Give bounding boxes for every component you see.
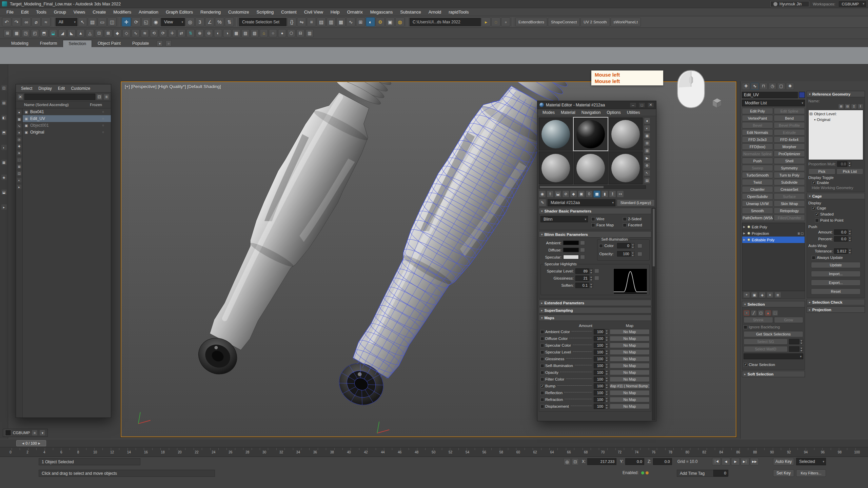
map-amount-field[interactable]: 100 — [594, 390, 605, 395]
pick-material-eyedropper-icon[interactable]: ✎ — [539, 199, 546, 206]
material-editor-menu-item[interactable]: Utilities — [624, 109, 643, 116]
remove-reference-icon[interactable]: ⊟ — [845, 104, 850, 109]
mini-toolbar-icon[interactable]: ≡ — [32, 430, 38, 436]
viewport-label[interactable]: [+] [Perspective] [High Quality*] [Defau… — [125, 84, 221, 89]
material-id-channel-icon[interactable]: 0 — [586, 190, 593, 198]
go-to-start-icon[interactable]: ⏐◀ — [712, 458, 721, 465]
material-type-button[interactable]: Standard (Legacy) — [617, 199, 655, 206]
modifier-button[interactable]: Edit Spline — [774, 108, 805, 114]
specular-level-field[interactable]: 89 — [575, 268, 589, 274]
opacity-map-button[interactable] — [637, 252, 642, 256]
map-slot-button[interactable]: No Map — [610, 336, 650, 341]
spinner-arrows[interactable]: ▲▼ — [589, 276, 593, 281]
modifier-button[interactable]: Subdivide — [774, 179, 805, 185]
border-subobject-icon[interactable]: ▢ — [758, 310, 764, 316]
modifier-button[interactable]: Bevel Profile — [774, 122, 805, 128]
scene-explorer-menu-item[interactable]: Customize — [68, 85, 93, 92]
spinner-arrows[interactable]: ▲▼ — [605, 397, 609, 402]
modeling-tool-icon[interactable]: ◰ — [31, 29, 39, 37]
play-icon[interactable]: ▶ — [731, 458, 740, 465]
import-button[interactable]: Import... — [811, 271, 861, 277]
map-amount-field[interactable]: 100 — [594, 343, 605, 348]
map-slot-button[interactable]: No Map — [610, 329, 650, 334]
modeling-tool-icon[interactable]: ▩ — [232, 29, 240, 37]
modeling-tool-icon[interactable]: ◐ — [214, 29, 222, 37]
configure-modifier-sets-icon[interactable]: ≣ — [774, 292, 781, 298]
map-enable-checkbox[interactable] — [540, 378, 544, 381]
toggle-layer-explorer-icon[interactable]: ▥ — [327, 17, 336, 26]
angle-snap-icon[interactable]: ∠ — [205, 17, 214, 26]
modeling-tool-icon[interactable]: ≋ — [141, 29, 149, 37]
window-crossing-icon[interactable]: ◫ — [107, 17, 117, 26]
ambient-map-button[interactable] — [580, 241, 585, 245]
diffuse-color-swatch[interactable] — [563, 248, 579, 252]
spinner-arrows[interactable]: ▲▼ — [605, 336, 609, 341]
modifier-stack-row[interactable]: ▶ Edit Poly ≣▢ — [742, 224, 805, 230]
go-to-end-icon[interactable]: ▶▶ — [750, 458, 759, 465]
prompt-history-icon[interactable]: ▸ — [481, 17, 491, 26]
align-icon[interactable]: ≡ — [307, 17, 316, 26]
modifier-list-dropdown[interactable]: Modifier List — [742, 100, 805, 106]
unlink-selection-icon[interactable]: ⌀ — [32, 17, 41, 26]
render-setup-icon[interactable]: ⚙ — [376, 17, 385, 26]
edit-named-selections-icon[interactable]: {} — [287, 17, 296, 26]
mini-toolbar-dropdown-icon[interactable]: ▾ — [39, 430, 45, 436]
display-filter-icon[interactable]: ● — [17, 110, 22, 115]
menu-item[interactable]: Help — [327, 8, 343, 16]
modifier-button[interactable]: Edit Poly — [742, 108, 773, 114]
display-filter-icon[interactable]: ⬚ — [17, 157, 22, 162]
modifier-button[interactable]: Twist — [742, 179, 773, 185]
menu-item[interactable]: Tools — [32, 8, 50, 16]
display-filter-icon[interactable]: ≋ — [17, 150, 22, 156]
soften-field[interactable]: 0.1 — [575, 283, 589, 288]
isolate-toggle-icon[interactable]: ◌ — [491, 17, 500, 26]
self-illum-value-field[interactable]: 0 — [617, 243, 631, 248]
ribbon-minimize-icon[interactable]: ○ — [165, 40, 172, 46]
object-name-field[interactable]: Edit_UV — [742, 92, 798, 98]
display-filter-icon[interactable]: ⊞ — [17, 164, 22, 169]
current-frame-field[interactable]: 0 — [713, 470, 728, 476]
modifier-button[interactable]: Extrude — [774, 129, 805, 136]
menu-item[interactable]: Views — [70, 8, 89, 16]
modifier-button[interactable]: TurboSmooth — [742, 172, 773, 178]
frozen-toggle-icon[interactable]: ○ — [102, 124, 104, 127]
select-object-icon[interactable]: ↖ — [78, 17, 87, 26]
shader-type-dropdown[interactable]: Blinn — [540, 216, 588, 222]
display-filter-icon[interactable]: ∿ — [17, 123, 22, 128]
material-sample-slot[interactable] — [609, 151, 643, 184]
map-enable-checkbox[interactable] — [540, 330, 544, 334]
make-unique-material-icon[interactable]: ◆ — [570, 190, 577, 198]
map-enable-checkbox[interactable] — [540, 371, 544, 374]
scene-explorer-menu-item[interactable]: Display — [35, 85, 55, 92]
always-update-checkbox[interactable]: Always Update — [808, 255, 863, 261]
menu-item[interactable]: Civil View — [300, 8, 327, 16]
reference-geometry-rollout-header[interactable]: ▾Reference Geometry — [807, 91, 865, 97]
modeling-tool-icon[interactable]: ⇄ — [177, 29, 185, 37]
hierarchy-tab-icon[interactable]: ⊓ — [760, 83, 768, 90]
modeling-tool-icon[interactable]: ▨ — [241, 29, 250, 37]
stack-extra-icon[interactable]: ▢ — [801, 232, 804, 235]
menu-item[interactable]: Scripting — [253, 8, 278, 16]
shader-option-checkbox[interactable]: Wire — [591, 216, 618, 222]
make-preview-icon[interactable]: ▶ — [644, 155, 650, 161]
object-color-swatch[interactable] — [799, 92, 805, 98]
spinner-arrows[interactable]: ▲▼ — [800, 346, 803, 352]
ignore-backfacing-checkbox[interactable]: Ignore Backfacing — [744, 324, 803, 330]
grow-button[interactable]: Grow — [774, 317, 804, 323]
material-editor-titlebar[interactable]: Material Editor - Material #212aa – □ ✕ — [537, 101, 656, 109]
toggle-ribbon-icon[interactable]: ▦ — [336, 17, 346, 26]
show-end-result-icon[interactable]: ▮ — [601, 190, 608, 198]
scene-explorer-search-input[interactable] — [24, 94, 95, 100]
map-amount-field[interactable]: 100 — [594, 356, 605, 362]
left-dock-icon[interactable]: ◧ — [1, 115, 7, 121]
reference-tree-row[interactable]: ⊟Object Level: — [809, 111, 862, 117]
map-amount-field[interactable]: 100 — [594, 370, 605, 375]
modifier-button[interactable]: CreaseSet — [774, 186, 805, 192]
modeling-tool-icon[interactable]: ◑ — [223, 29, 231, 37]
auto-key-button[interactable]: Auto Key — [773, 458, 794, 465]
left-dock-icon[interactable]: ◐ — [1, 144, 7, 150]
modeling-tool-icon[interactable]: ▧ — [251, 29, 259, 37]
material-editor-scrollbar[interactable] — [652, 208, 655, 420]
ambient-color-swatch[interactable] — [563, 241, 579, 245]
modeling-tool-icon[interactable]: ⊟ — [296, 29, 304, 37]
